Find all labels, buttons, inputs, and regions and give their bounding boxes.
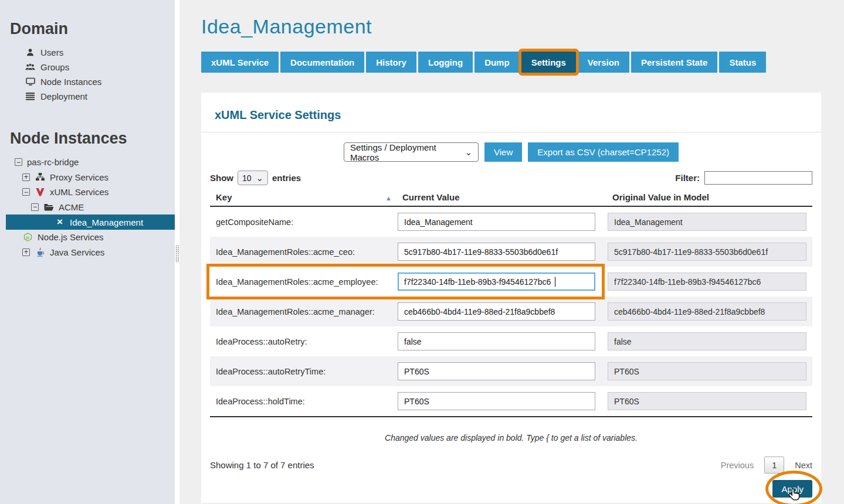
tree-item-idea-management[interactable]: ×Idea_Management [6,214,175,230]
setting-key: IdeaProcess::autoRetryTime: [210,367,398,376]
current-value-input[interactable] [398,362,595,380]
current-value-cell [398,362,608,380]
table-row: IdeaProcess::holdTime: [210,386,812,416]
expand-icon[interactable]: + [22,173,30,181]
sidebar-item-groups[interactable]: Groups [0,60,175,74]
tab-bar: xUML ServiceDocumentationHistoryLoggingD… [201,52,821,73]
chevron-down-icon [465,147,472,157]
column-header-key[interactable]: Key [210,192,398,202]
macro-controls: Settings / Deployment Macros View Export… [201,142,821,162]
filter-label: Filter: [675,173,700,183]
tree-item-label: Node.js Services [38,232,104,242]
tree-item-xuml-services[interactable]: −xUML Services [0,185,175,200]
table-row: Idea_ManagementRoles::acme_ceo: [210,237,812,267]
current-value-cell [398,392,608,410]
page-number-button[interactable]: 1 [764,457,784,474]
view-button[interactable]: View [484,142,522,162]
tree-item-java-services[interactable]: +Java Services [0,245,175,260]
panel-divider [201,132,821,132]
sidebar-splitter[interactable] [175,0,179,504]
original-value-input [608,392,806,410]
current-value-cell [398,243,608,261]
sort-ascending-icon [385,192,392,202]
sidebar-item-label: Groups [40,62,69,72]
filter-input[interactable] [704,171,812,185]
table-row: Idea_ManagementRoles::acme_employee: [210,267,812,297]
export-csv-button[interactable]: Export as CSV (charset=CP1252) [528,142,679,162]
settings-panel: xUML Service Settings Settings / Deploym… [201,93,821,503]
tree-item-label: pas-rc-bridge [27,157,79,167]
tree-item-label: Proxy Services [50,172,109,182]
tree-item-acme[interactable]: −ACME [0,200,175,215]
current-value-input[interactable] [398,213,595,231]
splitter-grip-icon[interactable] [175,245,179,263]
tree-item-node-js-services[interactable]: jsNode.js Services [0,230,175,245]
setting-key: IdeaProcess::holdTime: [210,397,398,406]
original-value-cell [608,302,812,321]
setting-key: Idea_ManagementRoles::acme_ceo: [210,247,398,257]
entries-summary: Showing 1 to 7 of 7 entries [210,460,314,470]
sidebar-item-node-instances[interactable]: Node Instances [0,74,175,89]
tree-item-label: ACME [59,202,84,212]
filter-control: Filter: [675,171,812,185]
chevron-down-icon [256,173,263,183]
collapse-icon[interactable]: − [31,203,39,211]
setting-key: Idea_ManagementRoles::acme_employee: [210,277,398,287]
column-header-original-value[interactable]: Original Value in Model [608,192,812,202]
table-row: getCompositeName: [210,207,812,237]
original-value-cell [608,273,812,291]
current-value-input[interactable] [398,302,595,321]
apply-row: Apply [210,480,812,498]
previous-page-button[interactable]: Previous [721,461,754,470]
collapse-icon[interactable]: − [22,188,30,196]
macro-mode-select[interactable]: Settings / Deployment Macros [344,142,479,162]
table-row: Idea_ManagementRoles::acme_manager: [210,297,812,326]
next-page-button[interactable]: Next [795,461,812,470]
tab-settings[interactable]: Settings [521,52,576,73]
list-controls: Show 10 entries Filter: [210,171,812,185]
tab-documentation[interactable]: Documentation [280,52,364,73]
original-value-cell [608,332,812,350]
current-value-cell [398,273,608,291]
sidebar-item-deployment[interactable]: Deployment [0,89,175,104]
table-footer: Showing 1 to 7 of 7 entries Previous 1 N… [210,457,812,474]
tab-logging[interactable]: Logging [418,52,473,73]
original-value-input [608,362,806,380]
folder-open-icon [43,202,54,212]
tab-history[interactable]: History [366,52,416,73]
tab-version[interactable]: Version [578,52,629,73]
sitemap-icon [35,172,45,182]
tree-item-pas-rc-bridge[interactable]: −pas-rc-bridge [0,155,175,170]
column-header-current-value[interactable]: Current Value [398,192,608,202]
page-length-value: 10 [242,173,252,183]
current-value-cell [398,332,608,350]
collapse-icon[interactable]: − [15,158,22,166]
sidebar-item-label: Deployment [40,91,87,101]
table-row: IdeaProcess::autoRetryTime: [210,356,812,386]
expand-icon[interactable]: + [22,248,30,256]
tab-status[interactable]: Status [719,52,766,73]
tab-persistent-state[interactable]: Persistent State [631,52,717,73]
monitor-icon [25,77,35,87]
main-content: Idea_Management xUML ServiceDocumentatio… [179,0,844,504]
node-instances-tree: −pas-rc-bridge+Proxy Services−xUML Servi… [0,155,175,260]
svg-text:js: js [25,236,29,240]
current-value-input[interactable] [398,332,595,350]
current-value-input[interactable] [398,243,595,261]
settings-table: Key Current Value Original Value in Mode… [210,189,812,417]
tab-xuml-service[interactable]: xUML Service [201,52,279,73]
sidebar-item-users[interactable]: Users [0,45,175,60]
current-value-input[interactable] [398,392,595,410]
apply-button[interactable]: Apply [772,480,812,498]
domain-menu: UsersGroupsNode InstancesDeployment [0,45,175,104]
page-title: Idea_Management [201,15,821,38]
tree-item-proxy-services[interactable]: +Proxy Services [0,170,175,185]
sidebar-item-label: Node Instances [40,77,101,87]
page-length-select[interactable]: 10 [238,171,268,185]
current-value-input[interactable] [398,273,595,291]
tab-dump[interactable]: Dump [474,52,520,73]
table-body: getCompositeName:Idea_ManagementRoles::a… [210,207,812,417]
original-value-input [608,213,806,231]
sidebar: Domain UsersGroupsNode InstancesDeployme… [0,0,175,504]
setting-key: getCompositeName: [210,217,398,227]
